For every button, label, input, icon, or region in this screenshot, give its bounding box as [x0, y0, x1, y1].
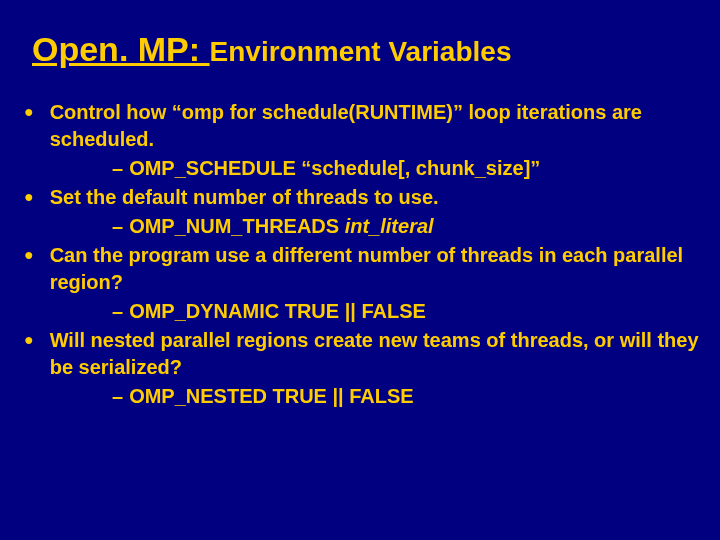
dash-icon: –	[112, 155, 123, 182]
bullet-icon: ●	[24, 184, 34, 210]
bullet-text: Can the program use a different number o…	[50, 242, 700, 296]
dash-icon: –	[112, 383, 123, 410]
bullet-icon: ●	[24, 327, 34, 353]
slide-content: ● Control how “omp for schedule(RUNTIME)…	[20, 99, 700, 410]
sub-text: OMP_SCHEDULE “schedule[, chunk_size]”	[129, 155, 540, 182]
bullet-icon: ●	[24, 99, 34, 125]
list-item: ● Set the default number of threads to u…	[24, 184, 700, 211]
list-item: ● Will nested parallel regions create ne…	[24, 327, 700, 381]
title-main: Open. MP:	[32, 30, 210, 68]
sub-list-item: – OMP_NESTED TRUE || FALSE	[112, 383, 700, 410]
bullet-text: Control how “omp for schedule(RUNTIME)” …	[50, 99, 700, 153]
sub-text: OMP_NUM_THREADS int_literal	[129, 213, 434, 240]
slide-title: Open. MP: Environment Variables	[32, 30, 700, 69]
title-sub: Environment Variables	[210, 36, 512, 67]
sub-list-item: – OMP_NUM_THREADS int_literal	[112, 213, 700, 240]
list-item: ● Can the program use a different number…	[24, 242, 700, 296]
sub-text: OMP_NESTED TRUE || FALSE	[129, 383, 414, 410]
bullet-text: Will nested parallel regions create new …	[50, 327, 700, 381]
sub-list-item: – OMP_SCHEDULE “schedule[, chunk_size]”	[112, 155, 700, 182]
bullet-icon: ●	[24, 242, 34, 268]
list-item: ● Control how “omp for schedule(RUNTIME)…	[24, 99, 700, 153]
dash-icon: –	[112, 213, 123, 240]
dash-icon: –	[112, 298, 123, 325]
bullet-text: Set the default number of threads to use…	[50, 184, 439, 211]
sub-text: OMP_DYNAMIC TRUE || FALSE	[129, 298, 426, 325]
sub-list-item: – OMP_DYNAMIC TRUE || FALSE	[112, 298, 700, 325]
